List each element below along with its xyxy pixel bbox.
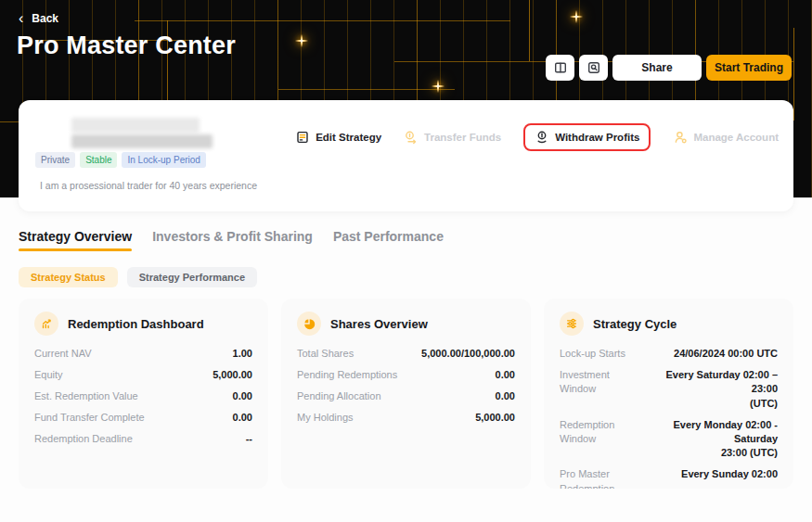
- row-label: Fund Transfer Complete: [34, 411, 145, 425]
- row-label: Redemption Window: [560, 418, 640, 447]
- tag-stable: Stable: [80, 152, 117, 168]
- sparkle-icon: [432, 80, 445, 93]
- redacted-strategy-name: [71, 134, 213, 148]
- pie-chart-icon: [297, 312, 321, 336]
- card-redemption-dashboard: Redemption DashboardCurrent NAV1.00Equit…: [19, 299, 268, 489]
- card-row: Redemption WindowEvery Monday 02:00 - Sa…: [560, 418, 778, 461]
- tag-private: Private: [35, 152, 75, 168]
- strategy-profile-card: PrivateStableIn Lock-up Period I am a pr…: [19, 100, 793, 211]
- row-value: 5,000.00: [213, 368, 252, 382]
- book-icon: [553, 60, 568, 75]
- card-row: Lock-up Starts24/06/2024 00:00 UTC: [560, 347, 778, 361]
- row-value: 0.00: [233, 389, 252, 403]
- action-withdraw-profits[interactable]: Withdraw Profits: [523, 123, 651, 151]
- card-row: My Holdings5,000.00: [297, 411, 515, 425]
- row-label: Current NAV: [34, 347, 92, 361]
- tag-in-lock-up-period: In Lock-up Period: [122, 152, 205, 168]
- doc-search-icon: [586, 60, 601, 75]
- circuit-line: [278, 89, 455, 90]
- action-label: Manage Account: [693, 132, 779, 143]
- circuit-line: [793, 28, 794, 121]
- hero-actions: Share Start Trading: [546, 55, 792, 81]
- card-row: Redemption Deadline--: [34, 432, 252, 446]
- manage-account-icon: [673, 130, 688, 145]
- subtab-strategy-status[interactable]: Strategy Status: [19, 267, 118, 287]
- page-title: Pro Master Center: [17, 32, 236, 60]
- edit-strategy-icon: [295, 130, 310, 145]
- redacted-strategy-name: [71, 118, 200, 133]
- card-strategy-cycle: Strategy CycleLock-up Starts24/06/2024 0…: [544, 299, 793, 489]
- row-value: Every Monday 02:00 - Saturday 23:00 (UTC…: [648, 418, 778, 461]
- row-label: Pending Allocation: [297, 389, 381, 403]
- strategy-description: I am a prosessional trader for 40 years …: [40, 180, 257, 191]
- profile-actions: Edit StrategyTransfer FundsWithdraw Prof…: [295, 119, 779, 156]
- main-tabs: Strategy OverviewInvestors & Profit Shar…: [19, 229, 444, 251]
- circuit-line: [529, 0, 530, 61]
- doc-search-button[interactable]: [579, 55, 608, 81]
- row-value: 0.00: [233, 411, 252, 425]
- card-shares-overview: Shares OverviewTotal Shares5,000.00/100,…: [281, 299, 531, 489]
- card-title: Redemption Dashboard: [68, 317, 204, 331]
- row-label: Pending Redemptions: [297, 368, 397, 382]
- action-label: Edit Strategy: [316, 132, 381, 143]
- card-header: Shares Overview: [297, 312, 515, 336]
- start-trading-button[interactable]: Start Trading: [706, 55, 792, 81]
- card-row: Est. Redemption Value0.00: [34, 389, 252, 403]
- growth-chart-icon: [34, 312, 58, 336]
- overview-cards: Redemption DashboardCurrent NAV1.00Equit…: [19, 299, 793, 489]
- subtab-strategy-performance[interactable]: Strategy Performance: [127, 267, 257, 287]
- row-label: Investment Window: [560, 368, 641, 397]
- card-row: Pending Redemptions0.00: [297, 368, 515, 382]
- tab-strategy-overview[interactable]: Strategy Overview: [19, 229, 132, 251]
- card-row: Fund Transfer Complete0.00: [34, 411, 252, 425]
- card-row: Total Shares5,000.00/100,000.00: [297, 347, 515, 361]
- share-button[interactable]: Share: [612, 55, 702, 81]
- card-row: Current NAV1.00: [34, 347, 252, 361]
- pro-master-center-page: ‹ Back Pro Master Center Share Start Tra…: [0, 0, 812, 522]
- back-button[interactable]: ‹ Back: [19, 12, 58, 25]
- card-row: Equity5,000.00: [34, 368, 252, 382]
- tab-past-performance[interactable]: Past Performance: [333, 229, 444, 251]
- row-label: Equity: [34, 368, 63, 382]
- row-value: 24/06/2024 00:00 UTC: [674, 347, 778, 361]
- sub-tabs: Strategy StatusStrategy Performance: [19, 267, 257, 287]
- sliders-icon: [560, 312, 584, 336]
- withdraw-profits-icon: [535, 130, 549, 145]
- tab-investors-profit-sharing[interactable]: Investors & Profit Sharing: [152, 229, 313, 251]
- sparkle-icon: [570, 10, 583, 23]
- row-value: 1.00: [233, 347, 252, 361]
- action-label: Withdraw Profits: [555, 132, 639, 143]
- action-label: Transfer Funds: [424, 132, 501, 143]
- row-label: Pro Master Redemption Processing Phase: [560, 467, 666, 489]
- action-edit-strategy[interactable]: Edit Strategy: [295, 130, 381, 145]
- row-label: My Holdings: [297, 411, 354, 425]
- chevron-left-icon: ‹: [19, 13, 23, 24]
- row-label: Lock-up Starts: [560, 347, 625, 361]
- circuit-line: [135, 20, 510, 21]
- back-label: Back: [32, 12, 58, 25]
- card-row: Pending Allocation0.00: [297, 389, 515, 403]
- row-label: Total Shares: [297, 347, 354, 361]
- card-row: Investment WindowEvery Saturday 02:00 – …: [560, 368, 778, 411]
- card-row: Pro Master Redemption Processing PhaseEv…: [560, 467, 778, 489]
- card-title: Strategy Cycle: [593, 317, 677, 331]
- strategy-tags: PrivateStableIn Lock-up Period: [35, 152, 206, 168]
- row-value: 0.00: [496, 368, 515, 382]
- transfer-funds-icon: [404, 130, 419, 145]
- row-value: 0.00: [496, 389, 515, 403]
- guide-button[interactable]: [546, 55, 574, 81]
- action-manage-account[interactable]: Manage Account: [673, 130, 779, 145]
- row-label: Est. Redemption Value: [34, 389, 138, 403]
- row-value: 5,000.00/100,000.00: [421, 347, 515, 361]
- row-value: 5,000.00: [475, 411, 515, 425]
- card-header: Strategy Cycle: [560, 312, 778, 336]
- row-label: Redemption Deadline: [34, 432, 133, 446]
- card-title: Shares Overview: [330, 317, 428, 331]
- row-value: Every Saturday 02:00 – 23:00 (UTC): [649, 368, 778, 411]
- row-value: Every Sunday 02:00 – 23:00 (UTC): [674, 467, 778, 489]
- sparkle-icon: [295, 34, 308, 47]
- row-value: --: [246, 432, 252, 446]
- card-header: Redemption Dashboard: [34, 312, 252, 336]
- action-transfer-funds[interactable]: Transfer Funds: [404, 130, 501, 145]
